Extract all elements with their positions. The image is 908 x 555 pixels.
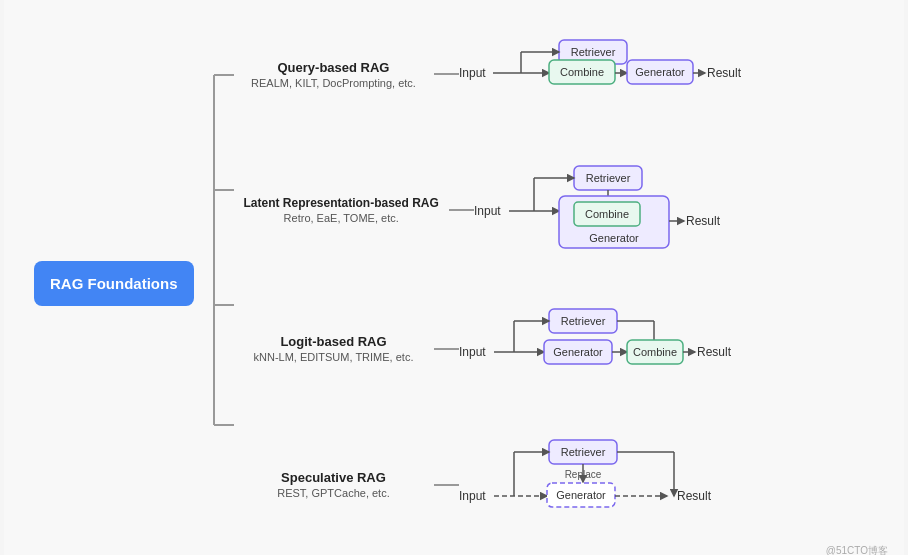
generator-label-row4: Generator [556,489,606,501]
label-title-row1: Query-based RAG [244,60,424,75]
result-text-row1: Result [707,66,742,80]
label-subtitle-row1: REALM, KILT, DocPrompting, etc. [244,77,424,89]
retriever-label-row4: Retriever [560,446,605,458]
diagram-speculative-svg: Retriever Replace Input [459,435,739,530]
diagram-container: RAG Foundations Query-based RAG REALM, K… [4,0,904,555]
generator-label-row2: Generator [589,232,639,244]
diagram-latent-based: Input Retriever [474,158,734,262]
result-text-row3: Result [697,345,732,359]
label-speculative: Speculative RAG REST, GPTCache, etc. [234,470,434,499]
diagram-logit-based-svg: Retriever Input Generator [459,304,729,389]
label-title-row2: Latent Representation-based RAG [244,196,439,210]
generator-label-row3: Generator [553,346,603,358]
diagram-speculative: Retriever Replace Input [459,435,739,534]
branch-connector-svg [194,20,234,480]
branches-area: Query-based RAG REALM, KILT, DocPromptin… [234,20,875,546]
main-content: RAG Foundations Query-based RAG REALM, K… [34,20,874,546]
label-logit-based: Logit-based RAG kNN-LM, EDITSUM, TRIME, … [234,334,434,363]
result-text-row2: Result [686,214,721,228]
rag-foundations-box: RAG Foundations [34,261,194,306]
diagram-logit-based: Retriever Input Generator [459,304,729,393]
input-text-row1: Input [459,66,486,80]
label-query-based: Query-based RAG REALM, KILT, DocPromptin… [234,60,434,89]
input-text-row3: Input [459,345,486,359]
row-speculative: Speculative RAG REST, GPTCache, etc. [234,435,875,534]
row-latent-based: Latent Representation-based RAG Retro, E… [234,158,875,262]
diagram-query-based-svg: Input Retriever Combine [459,32,719,112]
h-line-row1 [434,73,459,75]
left-section: RAG Foundations [34,20,194,546]
combine-label-row3: Combine [632,346,676,358]
diagram-query-based: Input Retriever Combine [459,32,719,116]
result-text-row4: Result [677,489,712,503]
label-subtitle-row4: REST, GPTCache, etc. [244,487,424,499]
watermark: @51CTO博客 [826,544,888,555]
label-title-row3: Logit-based RAG [244,334,424,349]
combine-label-row1: Combine [559,66,603,78]
input-text-row2: Input [474,204,501,218]
retriever-label-row3: Retriever [560,315,605,327]
diagram-latent-based-svg: Input Retriever [474,158,734,258]
label-latent-based: Latent Representation-based RAG Retro, E… [234,196,449,224]
combine-label-row2: Combine [585,208,629,220]
row-logit-based: Logit-based RAG kNN-LM, EDITSUM, TRIME, … [234,304,875,393]
input-text-row4: Input [459,489,486,503]
h-line-row4 [434,484,459,486]
retriever-label-row1: Retriever [570,46,615,58]
row-query-based: Query-based RAG REALM, KILT, DocPromptin… [234,32,875,116]
h-line-row2 [449,209,474,211]
label-subtitle-row2: Retro, EaE, TOME, etc. [244,212,439,224]
label-title-row4: Speculative RAG [244,470,424,485]
generator-label-row1: Generator [635,66,685,78]
label-subtitle-row3: kNN-LM, EDITSUM, TRIME, etc. [244,351,424,363]
h-line-row3 [434,348,459,350]
retriever-label-row2: Retriever [586,172,631,184]
